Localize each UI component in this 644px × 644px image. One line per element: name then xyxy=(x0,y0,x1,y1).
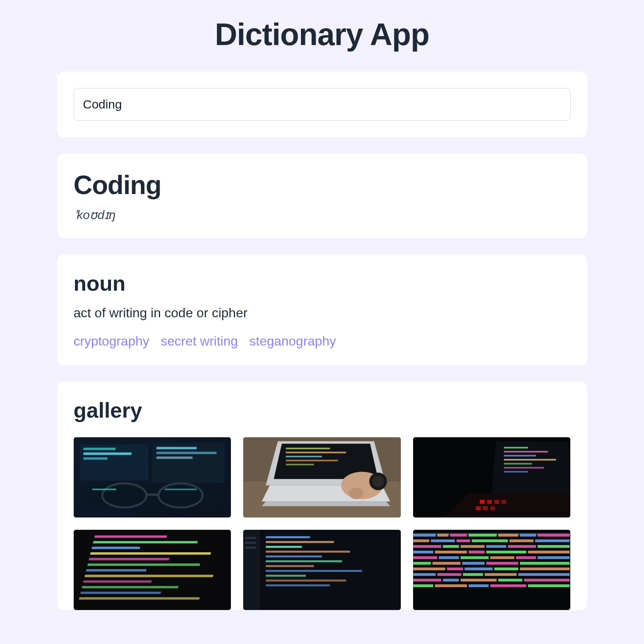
word-card: Coding ˈkoʊdɪŋ xyxy=(57,154,587,238)
svg-rect-63 xyxy=(245,542,256,544)
svg-rect-55 xyxy=(84,575,213,577)
svg-rect-91 xyxy=(413,545,441,548)
svg-rect-128 xyxy=(413,584,433,587)
svg-rect-85 xyxy=(413,540,429,542)
svg-rect-56 xyxy=(83,580,151,583)
app-title: Dictionary App xyxy=(57,16,587,52)
svg-rect-62 xyxy=(245,537,256,539)
definition-text: act of writing in code or cipher xyxy=(74,305,571,321)
gallery-title: gallery xyxy=(74,398,571,423)
definition-card: noun act of writing in code or cipher cr… xyxy=(57,255,587,365)
svg-rect-102 xyxy=(413,556,437,559)
svg-rect-107 xyxy=(538,556,569,559)
svg-rect-67 xyxy=(266,546,302,548)
svg-rect-104 xyxy=(461,556,489,559)
svg-rect-127 xyxy=(524,579,570,582)
svg-rect-69 xyxy=(266,556,322,558)
svg-rect-123 xyxy=(413,579,441,582)
svg-rect-129 xyxy=(435,584,467,587)
svg-rect-23 xyxy=(286,464,314,465)
gallery-image[interactable] xyxy=(243,437,401,517)
svg-rect-109 xyxy=(432,562,461,565)
search-input[interactable] xyxy=(74,88,571,121)
svg-rect-88 xyxy=(472,540,508,542)
svg-rect-68 xyxy=(266,551,350,553)
svg-rect-48 xyxy=(94,536,167,538)
svg-rect-65 xyxy=(266,536,310,538)
search-card xyxy=(57,72,587,137)
svg-rect-87 xyxy=(456,540,470,542)
svg-rect-97 xyxy=(413,551,433,554)
svg-rect-20 xyxy=(286,452,346,453)
svg-rect-37 xyxy=(504,467,544,469)
svg-rect-4 xyxy=(83,452,131,455)
svg-rect-3 xyxy=(83,447,115,450)
svg-rect-132 xyxy=(528,584,569,587)
svg-rect-66 xyxy=(266,541,334,543)
svg-rect-95 xyxy=(508,545,536,548)
synonym-list: cryptography secret writing steganograph… xyxy=(74,334,571,349)
svg-rect-79 xyxy=(437,534,448,537)
gallery-image[interactable] xyxy=(74,437,231,517)
pronunciation: ˈkoʊdɪŋ xyxy=(74,208,571,222)
svg-rect-98 xyxy=(435,551,467,554)
svg-rect-45 xyxy=(483,506,488,511)
svg-rect-71 xyxy=(266,565,314,567)
svg-rect-92 xyxy=(443,545,459,548)
svg-rect-32 xyxy=(504,447,528,449)
svg-rect-75 xyxy=(266,584,330,586)
svg-rect-34 xyxy=(504,455,536,456)
svg-rect-73 xyxy=(266,575,306,577)
svg-rect-59 xyxy=(79,597,199,600)
synonym-link[interactable]: secret writing xyxy=(160,334,238,349)
part-of-speech: noun xyxy=(74,271,571,296)
svg-rect-111 xyxy=(486,562,518,565)
svg-rect-120 xyxy=(463,573,483,576)
svg-rect-51 xyxy=(90,552,210,555)
svg-rect-131 xyxy=(490,584,526,587)
svg-rect-96 xyxy=(538,545,569,548)
word-heading: Coding xyxy=(74,170,571,200)
svg-rect-80 xyxy=(450,534,467,537)
svg-rect-105 xyxy=(490,556,514,559)
svg-rect-46 xyxy=(490,506,495,511)
svg-rect-72 xyxy=(266,570,362,572)
svg-rect-86 xyxy=(431,540,455,542)
svg-rect-126 xyxy=(498,579,522,582)
svg-rect-130 xyxy=(468,584,488,587)
gallery-card: gallery xyxy=(57,382,587,610)
svg-rect-118 xyxy=(413,573,436,576)
svg-rect-5 xyxy=(83,457,107,460)
svg-rect-106 xyxy=(516,556,536,559)
svg-rect-6 xyxy=(156,447,197,450)
svg-point-27 xyxy=(349,488,363,499)
svg-rect-84 xyxy=(538,534,569,537)
svg-rect-7 xyxy=(156,452,217,454)
synonym-link[interactable]: steganography xyxy=(249,334,336,349)
svg-rect-125 xyxy=(461,579,497,582)
svg-rect-93 xyxy=(461,545,485,548)
svg-rect-49 xyxy=(93,541,197,543)
svg-rect-115 xyxy=(465,567,493,570)
svg-rect-57 xyxy=(81,586,179,588)
svg-rect-12 xyxy=(146,493,158,496)
svg-rect-38 xyxy=(504,471,528,472)
svg-rect-99 xyxy=(468,551,484,554)
svg-rect-114 xyxy=(447,567,463,570)
svg-rect-82 xyxy=(498,534,518,537)
svg-rect-33 xyxy=(504,451,548,452)
svg-rect-35 xyxy=(504,459,556,461)
svg-rect-119 xyxy=(437,573,461,576)
svg-rect-110 xyxy=(462,562,485,565)
gallery-image[interactable] xyxy=(243,530,401,610)
gallery-image[interactable] xyxy=(413,530,571,610)
svg-rect-100 xyxy=(486,551,526,554)
gallery-image[interactable] xyxy=(74,530,231,610)
svg-rect-90 xyxy=(535,540,569,542)
gallery-image[interactable] xyxy=(413,437,571,517)
svg-rect-70 xyxy=(266,560,342,562)
svg-point-29 xyxy=(373,476,384,487)
svg-rect-113 xyxy=(413,567,445,570)
svg-rect-116 xyxy=(494,567,518,570)
synonym-link[interactable]: cryptography xyxy=(74,334,149,349)
